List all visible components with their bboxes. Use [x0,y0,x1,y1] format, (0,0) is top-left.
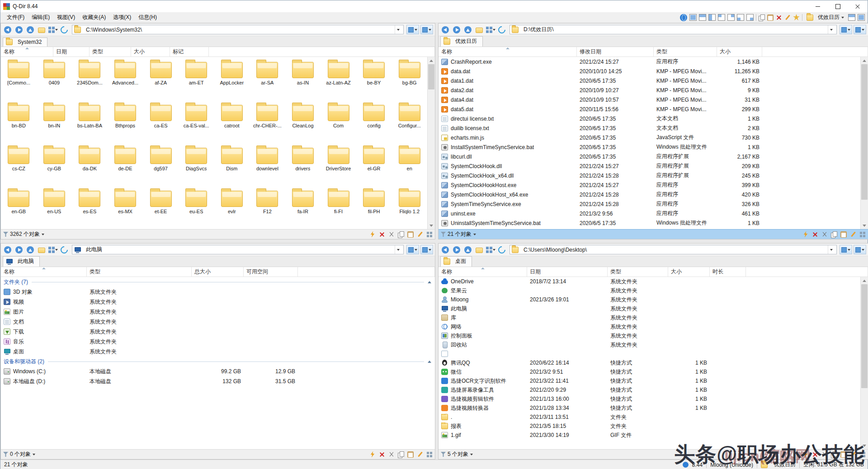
column-header-free-space[interactable]: 可用空间 [244,267,298,277]
folder-item[interactable]: chr-CHER-... [250,101,285,144]
file-name[interactable] [439,351,527,357]
folder-item[interactable]: bn-BD [1,101,37,144]
file-row[interactable]: 1.gif2021/3/30 14:19GIF 文件 [439,431,860,440]
address-dropdown-button[interactable] [828,25,835,34]
scroll-down-arrow[interactable] [428,222,435,229]
file-name[interactable]: 此电脑 [439,305,527,313]
view-mode-button[interactable] [48,25,58,35]
file-name[interactable]: 1.gif [439,432,527,438]
file-row[interactable]: SystemClockHook.dll2021/2/24 15:27应用程序扩展… [439,161,860,171]
layout-vertical-icon[interactable] [708,14,716,21]
file-row[interactable]: data.dat2020/10/10 14:25KMP - MPEG Movi.… [439,66,860,76]
file-row[interactable]: 文档系统文件夹 [1,317,435,327]
group-header[interactable]: 文件夹 (7) [1,277,435,287]
copy-icon[interactable] [398,231,404,238]
file-name[interactable]: data5.dat [439,106,577,113]
copy-icon[interactable] [831,451,837,458]
file-row[interactable]: 本地磁盘 (D:)本地磁盘132 GB31.5 GB [1,376,435,386]
folder-item[interactable]: am-ET [179,58,214,101]
menu-view[interactable]: 视图(V) [53,14,79,21]
close-pane-icon[interactable] [379,231,385,238]
file-row[interactable]: data1.dat2020/6/5 17:35KMP - MPEG Movi..… [439,76,860,85]
file-row[interactable]: InstallSystemTimeSyncService.bat2020/6/5… [439,142,860,152]
file-name[interactable]: libcurl.dll [439,154,577,160]
vertical-scrollbar[interactable] [427,57,435,229]
folder-item[interactable]: AppLocker [214,58,250,101]
scroll-down-arrow[interactable] [861,442,868,449]
tab-desktop[interactable]: 桌面 [440,256,472,267]
column-header-date[interactable]: 日期 [53,47,90,56]
file-name[interactable]: CrashReport.exe [439,59,577,65]
folder-item[interactable]: Configur... [392,101,427,144]
refresh-button[interactable] [59,25,69,35]
group-header[interactable]: 设备和驱动器 (2) [1,356,435,366]
folder-item[interactable]: DiagSvcs [179,144,214,187]
scroll-up-arrow[interactable] [428,57,435,64]
fullscreen-icon[interactable] [858,14,865,21]
file-name[interactable]: UninstallSystemTimeSyncService.bat [439,220,577,226]
column-header-type[interactable]: 类型 [90,47,131,56]
address-bar[interactable]: C:\Windows\System32\ [72,25,404,34]
actions-flash-icon[interactable] [369,451,376,458]
folder-item[interactable]: fil-PH [356,187,392,229]
quick-view-button[interactable] [406,245,419,254]
quick-link-button[interactable] [420,245,433,254]
column-header-total-size[interactable]: 总大小 [192,267,244,277]
address-dropdown-button[interactable] [395,25,401,34]
folder-item[interactable]: cy-GB [37,144,72,187]
file-name[interactable]: data.dat [439,68,577,75]
folder-item[interactable]: bs-Latn-BA [72,101,108,144]
file-name[interactable]: 回收站 [439,341,527,349]
file-name[interactable]: 腾讯QQ [439,359,527,367]
folder-item[interactable]: ca-ES [143,101,179,144]
scroll-down-arrow[interactable] [861,222,868,229]
file-row[interactable]: duilib license.txt2020/6/5 17:35文本文档2 KB [439,123,860,133]
folder-item[interactable]: en-GB [1,187,37,229]
address-bar[interactable]: C:\Users\Mloong\Desktop\ [509,245,837,254]
column-header-type[interactable]: 类型 [654,47,717,56]
copy-icon[interactable] [398,451,404,458]
actions-flash-icon[interactable] [802,451,809,458]
file-row[interactable]: 迅捷视频剪辑软件2021/1/13 16:00快捷方式1 KB [439,394,860,403]
folder-item[interactable]: ar-SA [250,58,285,101]
cut-icon[interactable] [388,231,395,238]
file-name[interactable]: 图片 [1,308,87,316]
scroll-thumb[interactable] [861,284,868,388]
forward-button[interactable] [14,245,24,255]
minimize-button[interactable] [808,0,828,12]
column-header-size[interactable]: 大小 [717,47,762,56]
folder-item[interactable]: be-BY [356,58,392,101]
grid-view-icon[interactable] [426,231,433,238]
file-name[interactable]: 文档 [1,318,87,326]
back-button[interactable] [3,25,13,35]
file-row[interactable]: data5.dat2020/11/5 15:56KMP - MPEG Movi.… [439,104,860,114]
column-header-name[interactable]: 名称 [1,47,53,56]
up-button[interactable] [25,245,35,255]
file-row[interactable]: Mloong2021/3/26 19:01系统文件夹 [439,295,860,304]
actions-flash-icon[interactable] [802,231,809,238]
grid-view-icon[interactable] [859,451,866,458]
paste-icon[interactable] [407,231,414,238]
folder-item[interactable]: af-ZA [143,58,179,101]
up-button[interactable] [463,245,473,255]
paste-icon[interactable] [407,451,414,458]
refresh-button[interactable] [497,25,507,35]
file-name[interactable]: SystemClockHook.dll [439,163,577,169]
file-name[interactable]: 桌面 [1,348,87,356]
column-header-name[interactable]: 名称 [439,47,577,56]
vertical-scrollbar[interactable] [860,57,868,229]
folder-item[interactable]: da-DK [72,144,108,187]
refresh-button[interactable] [497,245,507,255]
file-row[interactable]: 图片系统文件夹 [1,307,435,317]
folder-item[interactable]: Dism [214,144,250,187]
file-row[interactable]: 网络系统文件夹 [439,322,860,331]
file-name[interactable]: 迅捷屏幕录像工具 [439,386,527,394]
file-name[interactable]: 迅捷视频剪辑软件 [439,395,527,403]
edit-icon[interactable] [417,451,423,458]
filter-icon[interactable] [3,232,8,237]
file-name[interactable]: directui license.txt [439,116,577,122]
file-row[interactable]: CrashReport.exe2021/2/24 15:27应用程序1,146 … [439,57,860,66]
file-row[interactable]: 下载系统文件夹 [1,327,435,337]
file-name[interactable]: 坚果云 [439,287,527,295]
folder-item[interactable]: dg597 [143,144,179,187]
